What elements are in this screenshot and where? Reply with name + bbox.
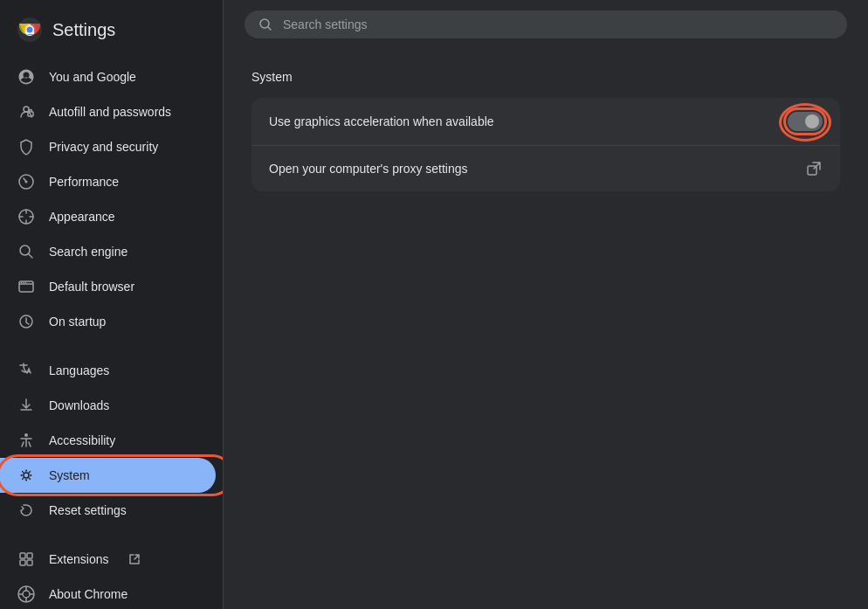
sidebar-item-languages[interactable]: Languages — [0, 353, 216, 388]
sidebar-item-performance-label: Performance — [49, 175, 119, 189]
startup-icon — [17, 313, 35, 330]
search-icon — [258, 17, 272, 31]
toggle-annotation — [788, 112, 823, 131]
sidebar-item-autofill[interactable]: Autofill and passwords — [0, 94, 216, 129]
settings-row-proxy: Open your computer's proxy settings — [251, 146, 840, 191]
downloads-icon — [17, 397, 35, 414]
sidebar-title: Settings — [52, 20, 115, 40]
svg-point-16 — [24, 473, 29, 478]
settings-card: Use graphics acceleration when available… — [251, 98, 840, 191]
sidebar-item-downloads-label: Downloads — [49, 398, 109, 412]
accessibility-icon — [17, 432, 35, 449]
proxy-external-link-icon[interactable] — [805, 160, 823, 177]
sidebar-item-reset-label: Reset settings — [49, 503, 127, 517]
svg-rect-19 — [20, 560, 25, 565]
about-chrome-icon — [17, 585, 35, 603]
proxy-settings-label: Open your computer's proxy settings — [269, 162, 468, 176]
svg-point-9 — [20, 246, 30, 255]
svg-point-11 — [21, 282, 23, 284]
sidebar-item-on-startup-label: On startup — [49, 315, 106, 329]
reset-icon — [17, 502, 35, 519]
main-content: System Use graphics acceleration when av… — [224, 0, 868, 609]
performance-icon — [17, 173, 35, 190]
sidebar-item-you-and-google[interactable]: You and Google — [0, 59, 216, 94]
svg-point-22 — [23, 591, 30, 598]
sidebar-item-downloads[interactable]: Downloads — [0, 388, 216, 423]
default-browser-icon — [17, 278, 35, 295]
sidebar-item-default-browser-label: Default browser — [49, 280, 134, 294]
sidebar-item-reset[interactable]: Reset settings — [0, 493, 216, 528]
google-icon — [17, 68, 35, 86]
sidebar-item-privacy[interactable]: Privacy and security — [0, 129, 216, 164]
svg-point-5 — [24, 107, 29, 112]
languages-icon — [17, 362, 35, 379]
settings-row-graphics: Use graphics acceleration when available — [251, 98, 840, 146]
svg-point-12 — [23, 282, 24, 284]
extensions-external-link-icon — [126, 550, 143, 568]
sidebar-item-accessibility-label: Accessibility — [49, 433, 115, 447]
search-engine-icon — [17, 243, 35, 260]
svg-rect-18 — [27, 553, 32, 558]
privacy-icon — [17, 138, 35, 156]
sidebar-item-system[interactable]: System — [0, 458, 216, 493]
sidebar-item-appearance[interactable]: Appearance — [0, 199, 216, 234]
sidebar-item-accessibility[interactable]: Accessibility — [0, 423, 216, 458]
toggle-track[interactable] — [788, 112, 823, 131]
search-input[interactable] — [283, 17, 833, 31]
search-bar-container — [224, 0, 868, 49]
svg-point-15 — [24, 433, 28, 437]
sidebar-item-languages-label: Languages — [49, 363, 109, 377]
autofill-icon — [17, 103, 35, 121]
graphics-acceleration-label: Use graphics acceleration when available — [269, 114, 494, 128]
system-icon — [17, 467, 35, 484]
svg-point-7 — [25, 181, 28, 183]
sidebar-header: Settings — [0, 7, 223, 59]
sidebar-item-privacy-label: Privacy and security — [49, 140, 158, 154]
sidebar-item-default-browser[interactable]: Default browser — [0, 269, 216, 304]
svg-point-13 — [25, 282, 27, 284]
sidebar: Settings You and Google Autofill and pas… — [0, 0, 224, 609]
section-title: System — [251, 70, 840, 84]
sidebar-item-performance[interactable]: Performance — [0, 164, 216, 199]
sidebar-item-about-chrome-label: About Chrome — [49, 587, 127, 601]
sidebar-item-extensions-label: Extensions — [49, 552, 108, 566]
appearance-icon — [17, 208, 35, 225]
graphics-toggle[interactable] — [788, 112, 823, 131]
sidebar-item-extensions[interactable]: Extensions — [0, 542, 216, 577]
sidebar-item-you-and-google-label: You and Google — [49, 70, 136, 84]
chrome-logo-icon — [17, 17, 42, 42]
sidebar-item-autofill-label: Autofill and passwords — [49, 105, 171, 119]
svg-point-4 — [27, 27, 33, 33]
sidebar-item-search-engine-label: Search engine — [49, 245, 127, 259]
svg-rect-17 — [20, 553, 25, 558]
extensions-icon — [17, 550, 35, 568]
content-area: System Use graphics acceleration when av… — [224, 49, 868, 609]
sidebar-item-search-engine[interactable]: Search engine — [0, 234, 216, 269]
svg-rect-20 — [27, 560, 32, 565]
sidebar-item-appearance-label: Appearance — [49, 210, 115, 224]
sidebar-item-on-startup[interactable]: On startup — [0, 304, 216, 339]
sidebar-item-about-chrome[interactable]: About Chrome — [0, 577, 216, 609]
sidebar-item-system-label: System — [49, 468, 90, 482]
toggle-thumb — [805, 114, 819, 128]
search-bar — [245, 10, 847, 38]
